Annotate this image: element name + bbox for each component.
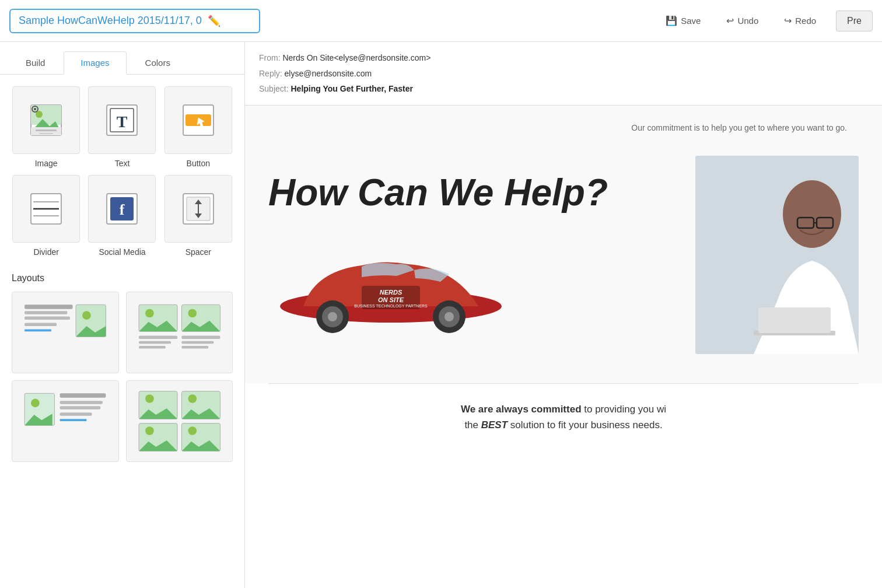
title-text: Sample HowCanWeHelp 2015/11/17, 0: [19, 15, 202, 27]
svg-rect-52: [60, 406, 101, 410]
save-label: Save: [681, 16, 701, 26]
svg-rect-84: [758, 307, 831, 333]
layout-4-icon: [135, 389, 225, 453]
svg-point-79: [783, 180, 841, 248]
tabs: Build Images Colors: [0, 42, 244, 75]
svg-rect-50: [60, 393, 106, 397]
layout-item-3[interactable]: [12, 380, 119, 462]
svg-point-48: [31, 399, 40, 408]
svg-text:NERDS: NERDS: [380, 289, 402, 296]
button-icon-box: [164, 86, 232, 154]
spacer-block-label: Spacer: [186, 247, 211, 257]
block-item-text[interactable]: T Text: [88, 86, 156, 168]
commitment-text: Our commitment is to help you get to whe…: [268, 123, 859, 132]
text-block-label: Text: [115, 159, 130, 168]
svg-point-73: [444, 312, 454, 321]
redo-label: Redo: [795, 16, 816, 26]
top-bar: Sample HowCanWeHelp 2015/11/17, 0 ✏️ 💾 S…: [0, 0, 882, 42]
bottom-text-5: solution to fit your business needs.: [508, 419, 663, 430]
person-photo-svg: [695, 156, 859, 354]
block-item-social-media[interactable]: f Social Media: [88, 175, 156, 257]
title-wrapper[interactable]: Sample HowCanWeHelp 2015/11/17, 0 ✏️: [9, 9, 260, 33]
svg-rect-43: [139, 341, 171, 344]
edit-icon[interactable]: ✏️: [208, 15, 220, 27]
bottom-text-3: the: [464, 419, 481, 430]
hero-left: How Can We Help?: [268, 172, 695, 338]
social-media-block-label: Social Media: [99, 247, 145, 257]
svg-point-56: [145, 394, 154, 403]
undo-label: Undo: [737, 16, 758, 26]
email-subject-row: Subject: Helping You Get Further, Faster: [259, 81, 868, 97]
svg-rect-28: [24, 311, 67, 314]
tab-build[interactable]: Build: [9, 51, 61, 74]
layout-item-2[interactable]: [126, 292, 233, 373]
email-from-row: From: Nerds On Site<elyse@nerdsonsite.co…: [259, 50, 868, 66]
block-item-image[interactable]: Image: [12, 86, 80, 168]
blocks-grid: Image T Text: [12, 86, 233, 257]
svg-point-59: [188, 394, 197, 403]
social-media-block-icon: f: [103, 190, 141, 228]
svg-rect-29: [24, 317, 70, 320]
svg-point-36: [145, 309, 154, 318]
from-value: Nerds On Site<elyse@nerdsonsite.com>: [282, 53, 430, 62]
svg-text:f: f: [120, 201, 125, 218]
svg-rect-51: [60, 401, 103, 404]
save-icon: 💾: [666, 15, 677, 26]
image-block-icon: [27, 102, 65, 139]
preview-button[interactable]: Pre: [836, 10, 873, 32]
divider-block-icon: [27, 190, 65, 228]
reply-label: Reply:: [259, 69, 282, 78]
bottom-text-2: to providing you wi: [582, 404, 667, 415]
email-bottom: We are always committed to providing you…: [245, 384, 882, 450]
svg-rect-44: [181, 341, 214, 344]
tab-colors[interactable]: Colors: [129, 51, 187, 74]
email-canvas: Our commitment is to help you get to whe…: [245, 106, 882, 588]
text-block-icon: T: [103, 102, 141, 139]
spacer-icon-box: [164, 175, 232, 243]
layouts-title: Layouts: [12, 273, 233, 284]
divider-block-label: Divider: [33, 247, 59, 257]
email-meta: From: Nerds On Site<elyse@nerdsonsite.co…: [245, 42, 882, 106]
svg-rect-41: [139, 336, 177, 340]
svg-point-39: [188, 309, 197, 318]
right-content: From: Nerds On Site<elyse@nerdsonsite.co…: [245, 42, 882, 588]
svg-rect-5: [36, 130, 57, 131]
svg-rect-31: [24, 330, 51, 332]
layout-3-icon: [20, 389, 110, 453]
reply-value: elyse@nerdsonsite.com: [285, 69, 372, 78]
svg-point-65: [188, 426, 197, 435]
layout-item-1[interactable]: [12, 292, 119, 373]
redo-button[interactable]: ↪ Redo: [778, 12, 822, 30]
svg-rect-42: [181, 336, 220, 340]
block-item-spacer[interactable]: Spacer: [164, 175, 233, 257]
block-item-divider[interactable]: Divider: [12, 175, 80, 257]
button-block-label: Button: [187, 159, 210, 168]
svg-rect-45: [139, 346, 166, 349]
svg-point-62: [145, 426, 154, 435]
spacer-block-icon: [180, 190, 217, 228]
layouts-grid: [12, 292, 233, 462]
subject-label: Subject:: [259, 84, 289, 93]
svg-point-33: [82, 311, 91, 320]
layout-item-4[interactable]: [126, 380, 233, 462]
undo-button[interactable]: ↩ Undo: [720, 12, 764, 30]
block-item-button[interactable]: Button: [164, 86, 233, 168]
image-block-label: Image: [35, 159, 58, 168]
build-panel: Image T Text: [0, 75, 244, 474]
social-media-icon-box: f: [88, 175, 156, 243]
left-panel: Build Images Colors: [0, 42, 245, 588]
svg-rect-46: [181, 346, 208, 349]
tab-images[interactable]: Images: [64, 51, 126, 75]
image-icon-box: [12, 86, 80, 154]
svg-point-70: [328, 312, 337, 321]
subject-value: Helping You Get Further, Faster: [290, 84, 413, 93]
undo-icon: ↩: [726, 15, 734, 26]
car-image: NERDS ON SITE BUSINESS TECHNOLOGY PARTNE…: [268, 230, 513, 335]
svg-text:BUSINESS TECHNOLOGY PARTNERS: BUSINESS TECHNOLOGY PARTNERS: [354, 304, 428, 308]
divider-icon-box: [12, 175, 80, 243]
svg-rect-53: [60, 412, 92, 416]
save-button[interactable]: 💾 Save: [660, 12, 706, 30]
main-layout: Build Images Colors: [0, 42, 882, 588]
redo-icon: ↪: [784, 15, 792, 26]
text-icon-box: T: [88, 86, 156, 154]
